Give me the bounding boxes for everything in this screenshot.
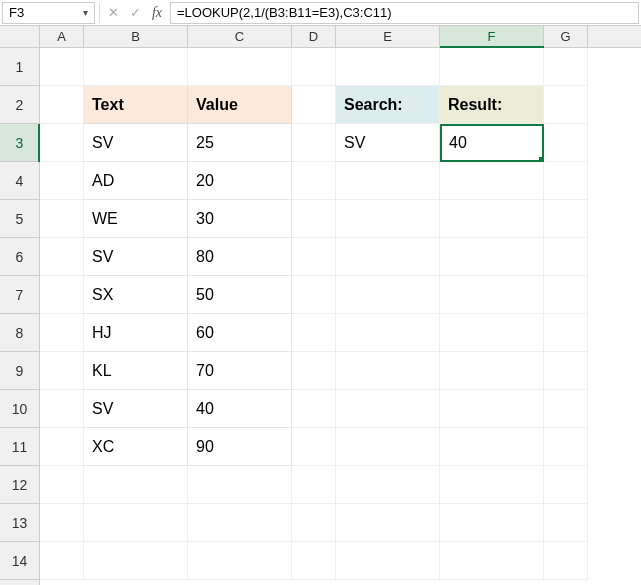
row-header-8[interactable]: 8: [0, 314, 39, 352]
cell-A14[interactable]: [40, 542, 84, 580]
column-header-F[interactable]: F: [440, 26, 544, 47]
table-row-value[interactable]: 80: [188, 238, 292, 276]
cell-D8[interactable]: [292, 314, 336, 352]
cell-G2[interactable]: [544, 86, 588, 124]
formula-input[interactable]: =LOOKUP(2,1/(B3:B11=E3),C3:C11): [170, 2, 639, 24]
row-header-11[interactable]: 11: [0, 428, 39, 466]
row-header-3[interactable]: 3: [0, 124, 39, 162]
insert-function-button[interactable]: fx: [146, 2, 168, 24]
cell-A6[interactable]: [40, 238, 84, 276]
cell-D3[interactable]: [292, 124, 336, 162]
accept-formula-button[interactable]: ✓: [124, 2, 146, 24]
cell-B14[interactable]: [84, 542, 188, 580]
cell-D1[interactable]: [292, 48, 336, 86]
row-header-13[interactable]: 13: [0, 504, 39, 542]
cell-A13[interactable]: [40, 504, 84, 542]
result-header[interactable]: Result:: [440, 86, 544, 124]
table-row-value[interactable]: 60: [188, 314, 292, 352]
row-header-7[interactable]: 7: [0, 276, 39, 314]
cell-F10[interactable]: [440, 390, 544, 428]
cell-G13[interactable]: [544, 504, 588, 542]
cell-G12[interactable]: [544, 466, 588, 504]
cell-G11[interactable]: [544, 428, 588, 466]
table-row-value[interactable]: 30: [188, 200, 292, 238]
cell-E12[interactable]: [336, 466, 440, 504]
table-row-text[interactable]: SX: [84, 276, 188, 314]
table-row-text[interactable]: SV: [84, 390, 188, 428]
search-header[interactable]: Search:: [336, 86, 440, 124]
cell-B12[interactable]: [84, 466, 188, 504]
cell-E11[interactable]: [336, 428, 440, 466]
table-row-text[interactable]: SV: [84, 124, 188, 162]
cell-C14[interactable]: [188, 542, 292, 580]
cell-A12[interactable]: [40, 466, 84, 504]
row-header-4[interactable]: 4: [0, 162, 39, 200]
name-box[interactable]: F3: [2, 2, 78, 24]
cell-G4[interactable]: [544, 162, 588, 200]
row-header-9[interactable]: 9: [0, 352, 39, 390]
cell-E7[interactable]: [336, 276, 440, 314]
cell-D9[interactable]: [292, 352, 336, 390]
table-row-value[interactable]: 50: [188, 276, 292, 314]
cell-D11[interactable]: [292, 428, 336, 466]
row-header-10[interactable]: 10: [0, 390, 39, 428]
cell-F5[interactable]: [440, 200, 544, 238]
table-row-text[interactable]: HJ: [84, 314, 188, 352]
column-header-B[interactable]: B: [84, 26, 188, 47]
spreadsheet-grid[interactable]: ABCDEFG 1234567891011121314 TextValueSV2…: [0, 26, 641, 585]
cell-A7[interactable]: [40, 276, 84, 314]
table-row-value[interactable]: 20: [188, 162, 292, 200]
cell-E6[interactable]: [336, 238, 440, 276]
cell-F14[interactable]: [440, 542, 544, 580]
row-header-12[interactable]: 12: [0, 466, 39, 504]
cell-G1[interactable]: [544, 48, 588, 86]
cell-D5[interactable]: [292, 200, 336, 238]
cell-B13[interactable]: [84, 504, 188, 542]
cell-F1[interactable]: [440, 48, 544, 86]
cell-A10[interactable]: [40, 390, 84, 428]
cell-E10[interactable]: [336, 390, 440, 428]
cell-F4[interactable]: [440, 162, 544, 200]
cell-A2[interactable]: [40, 86, 84, 124]
table-row-text[interactable]: WE: [84, 200, 188, 238]
column-header-A[interactable]: A: [40, 26, 84, 47]
cell-E13[interactable]: [336, 504, 440, 542]
column-header-D[interactable]: D: [292, 26, 336, 47]
cell-A9[interactable]: [40, 352, 84, 390]
cell-G14[interactable]: [544, 542, 588, 580]
cell-C12[interactable]: [188, 466, 292, 504]
table-row-text[interactable]: SV: [84, 238, 188, 276]
cell-D2[interactable]: [292, 86, 336, 124]
cell-F9[interactable]: [440, 352, 544, 390]
row-header-2[interactable]: 2: [0, 86, 39, 124]
cell-G10[interactable]: [544, 390, 588, 428]
row-header-6[interactable]: 6: [0, 238, 39, 276]
cell-B1[interactable]: [84, 48, 188, 86]
column-header-C[interactable]: C: [188, 26, 292, 47]
cell-A11[interactable]: [40, 428, 84, 466]
cell-E5[interactable]: [336, 200, 440, 238]
cancel-formula-button[interactable]: ✕: [102, 2, 124, 24]
cell-F7[interactable]: [440, 276, 544, 314]
cell-G9[interactable]: [544, 352, 588, 390]
cell-F8[interactable]: [440, 314, 544, 352]
table-row-value[interactable]: 90: [188, 428, 292, 466]
cell-G3[interactable]: [544, 124, 588, 162]
cell-E14[interactable]: [336, 542, 440, 580]
row-header-14[interactable]: 14: [0, 542, 39, 580]
table-header-text[interactable]: Text: [84, 86, 188, 124]
cell-E4[interactable]: [336, 162, 440, 200]
cell-D13[interactable]: [292, 504, 336, 542]
cell-D12[interactable]: [292, 466, 336, 504]
column-header-G[interactable]: G: [544, 26, 588, 47]
cell-C13[interactable]: [188, 504, 292, 542]
cell-G7[interactable]: [544, 276, 588, 314]
table-row-text[interactable]: KL: [84, 352, 188, 390]
cell-F13[interactable]: [440, 504, 544, 542]
table-row-value[interactable]: 25: [188, 124, 292, 162]
cell-E9[interactable]: [336, 352, 440, 390]
table-header-value[interactable]: Value: [188, 86, 292, 124]
table-row-text[interactable]: XC: [84, 428, 188, 466]
cell-A4[interactable]: [40, 162, 84, 200]
cell-G5[interactable]: [544, 200, 588, 238]
